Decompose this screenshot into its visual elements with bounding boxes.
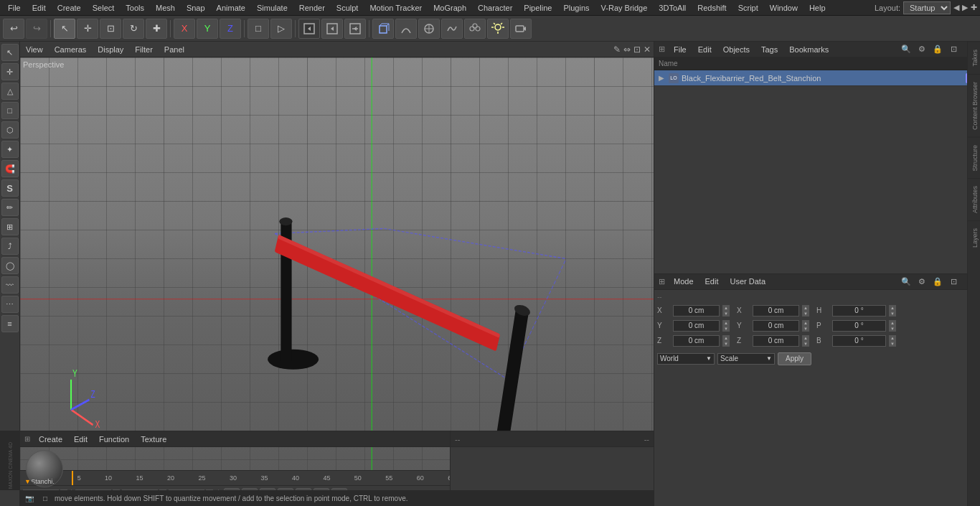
rotate-tool-btn[interactable]: ↻ xyxy=(123,19,144,39)
attr-y-up2[interactable]: ▲ xyxy=(802,320,809,326)
viewport-icon-close[interactable]: ✕ xyxy=(644,44,651,55)
spline-btn[interactable] xyxy=(395,19,417,39)
left-tool-layers[interactable]: ≡ xyxy=(1,315,19,332)
layout-next-icon[interactable]: ▶ xyxy=(962,3,968,12)
menu-script[interactable]: Script xyxy=(733,2,763,14)
select-tool-btn[interactable]: ↖ xyxy=(54,19,75,39)
menu-mograph[interactable]: MoGraph xyxy=(428,2,471,14)
left-tool-tri[interactable]: △ xyxy=(1,83,19,100)
left-tool-hair[interactable]: 〰 xyxy=(1,276,19,294)
attr-userdata-btn[interactable]: User Data xyxy=(727,276,769,287)
objects-edit-btn[interactable]: Edit xyxy=(695,44,715,55)
layout-dropdown[interactable]: Startup xyxy=(903,1,951,14)
cube-btn[interactable] xyxy=(372,19,394,39)
attr-y-arrows1[interactable]: ▲ ▼ xyxy=(722,320,734,332)
left-tool-smooth[interactable]: ◯ xyxy=(1,257,19,274)
axis-z-btn[interactable]: Z xyxy=(220,19,241,39)
mograph-btn[interactable] xyxy=(464,19,486,39)
viewport-icon-move[interactable]: ⇔ xyxy=(623,44,631,55)
attr-p-arrows[interactable]: ▲ ▼ xyxy=(889,320,900,332)
attr-x-down2[interactable]: ▼ xyxy=(802,311,809,317)
attr-z-up1[interactable]: ▲ xyxy=(722,335,730,341)
viewport-menu-panel[interactable]: Panel xyxy=(161,44,187,55)
attr-x-input1[interactable] xyxy=(673,305,720,317)
attr-maximize-icon[interactable]: ⊡ xyxy=(947,275,960,288)
viewport-menu-view[interactable]: View xyxy=(23,44,46,55)
attr-z-up2[interactable]: ▲ xyxy=(802,335,809,341)
menu-vray[interactable]: V-Ray Bridge xyxy=(596,2,653,14)
material-texture-btn[interactable]: Texture xyxy=(138,434,169,445)
attr-b-down[interactable]: ▼ xyxy=(889,341,896,347)
attr-x-arrows1[interactable]: ▲ ▼ xyxy=(722,305,734,317)
attr-z-input2[interactable] xyxy=(753,335,799,347)
attr-x-up2[interactable]: ▲ xyxy=(802,305,809,311)
objects-tags-btn[interactable]: Tags xyxy=(758,44,781,55)
attr-x-up1[interactable]: ▲ xyxy=(722,305,730,311)
attr-p-input[interactable] xyxy=(832,320,886,332)
attr-y-input2[interactable] xyxy=(753,320,799,332)
objects-bookmarks-btn[interactable]: Bookmarks xyxy=(786,44,831,55)
tab-layers[interactable]: Layers xyxy=(968,220,980,255)
attr-p-up[interactable]: ▲ xyxy=(889,320,896,326)
viewport-menu-display[interactable]: Display xyxy=(95,44,126,55)
objects-search-icon[interactable]: 🔍 xyxy=(900,43,913,56)
axis-x-btn[interactable]: X xyxy=(174,19,195,39)
attr-b-up[interactable]: ▲ xyxy=(889,335,896,341)
attr-y-input1[interactable] xyxy=(673,320,720,332)
apply-button[interactable]: Apply xyxy=(778,352,811,365)
menu-pipeline[interactable]: Pipeline xyxy=(519,2,557,14)
menu-file[interactable]: File xyxy=(3,2,26,14)
attr-search-icon[interactable]: 🔍 xyxy=(900,275,913,288)
world-dropdown[interactable]: World ▼ xyxy=(657,353,715,365)
attr-edit-btn[interactable]: Edit xyxy=(702,276,722,287)
render-region-btn[interactable] xyxy=(298,19,320,39)
move-tool-btn[interactable]: ✛ xyxy=(77,19,98,39)
menu-plugins[interactable]: Plugins xyxy=(558,2,594,14)
status-icon-frame[interactable]: □ xyxy=(39,492,52,505)
menu-window[interactable]: Window xyxy=(765,2,803,14)
layout-prev-icon[interactable]: ◀ xyxy=(953,3,959,12)
menu-mesh[interactable]: Mesh xyxy=(151,2,180,14)
material-create-btn[interactable]: Create xyxy=(36,434,65,445)
attr-p-down[interactable]: ▼ xyxy=(889,326,896,332)
left-tool-move[interactable]: ✛ xyxy=(1,63,19,80)
objects-file-btn[interactable]: File xyxy=(671,44,689,55)
tab-takes[interactable]: Takes xyxy=(968,42,980,74)
attr-y-down2[interactable]: ▼ xyxy=(802,326,809,332)
scale-tool-btn[interactable]: ⊡ xyxy=(100,19,121,39)
left-tool-paint[interactable]: ✏ xyxy=(1,199,19,216)
model-btn[interactable]: ▷ xyxy=(270,19,292,39)
left-tool-hex[interactable]: ⬡ xyxy=(1,121,19,139)
menu-3dtoall[interactable]: 3DToAll xyxy=(654,2,691,14)
deformer-btn[interactable] xyxy=(441,19,463,39)
object-row-stanchion[interactable]: ▶ LO Black_Flexibarrier_Red_Belt_Stanchi… xyxy=(654,70,980,86)
left-tool-s[interactable]: S xyxy=(1,179,19,197)
attr-z-input1[interactable] xyxy=(673,335,720,347)
axis-y-btn[interactable]: Y xyxy=(197,19,218,39)
render-view-btn[interactable] xyxy=(321,19,343,39)
object-name[interactable]: Black_Flexibarrier_Red_Belt_Stanchion xyxy=(682,74,960,83)
menu-redshift[interactable]: Redshift xyxy=(692,2,731,14)
menu-render[interactable]: Render xyxy=(294,2,330,14)
object-mode-btn[interactable]: □ xyxy=(248,19,269,39)
left-tool-arrow[interactable]: ↖ xyxy=(1,44,19,61)
objects-settings-icon[interactable]: ⚙ xyxy=(915,43,928,56)
attr-x-arrows2[interactable]: ▲ ▼ xyxy=(802,305,814,317)
attr-h-input[interactable] xyxy=(832,305,886,317)
menu-help[interactable]: Help xyxy=(804,2,831,14)
menu-tools[interactable]: Tools xyxy=(121,2,149,14)
attr-z-arrows1[interactable]: ▲ ▼ xyxy=(722,335,734,347)
status-icon-camera[interactable]: 📷 xyxy=(23,492,36,505)
menu-create[interactable]: Create xyxy=(52,2,86,14)
attr-mode-btn[interactable]: Mode xyxy=(671,276,697,287)
viewport-3d[interactable]: X Y Z xyxy=(20,57,654,470)
transform-btn[interactable]: ✚ xyxy=(146,19,167,39)
menu-sculpt[interactable]: Sculpt xyxy=(331,2,364,14)
menu-snap[interactable]: Snap xyxy=(182,2,210,14)
material-edit-btn[interactable]: Edit xyxy=(71,434,90,445)
objects-maximize-icon[interactable]: ⊡ xyxy=(947,43,960,56)
material-function-btn[interactable]: Function xyxy=(96,434,132,445)
viewport-icon-edit[interactable]: ✎ xyxy=(613,44,621,55)
menu-select[interactable]: Select xyxy=(88,2,120,14)
attr-h-arrows[interactable]: ▲ ▼ xyxy=(889,305,900,317)
